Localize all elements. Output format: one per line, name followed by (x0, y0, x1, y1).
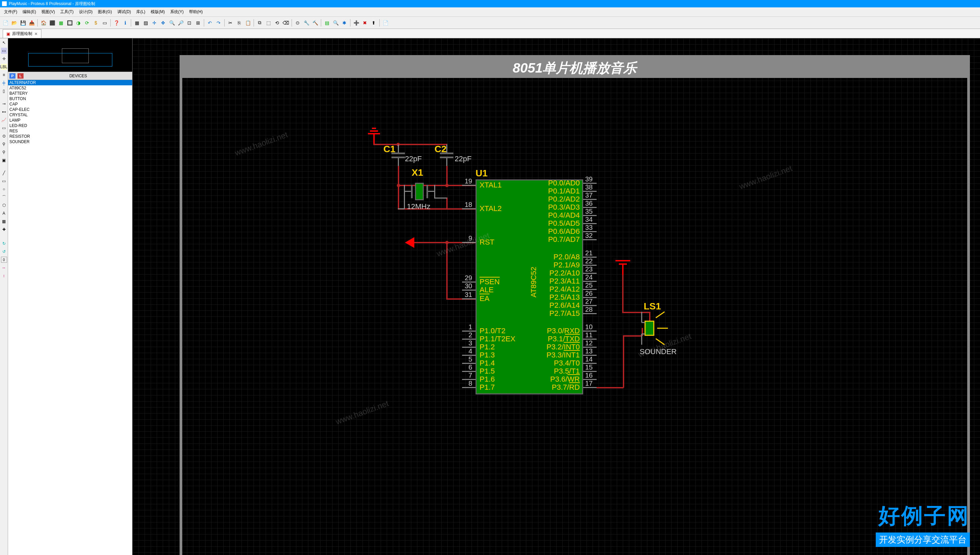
save-button[interactable]: 💾 (19, 19, 27, 27)
device-item[interactable]: LED-RED (8, 123, 132, 128)
text-icon[interactable]: A (1, 210, 7, 217)
block-rotate-icon[interactable]: ⟲ (273, 19, 281, 27)
device-list[interactable]: ALTERNATORAT89C52BATTERYBUTTONCAPCAP-ELE… (8, 80, 132, 555)
flip-h-icon[interactable]: ↔ (1, 265, 7, 271)
terminal-icon[interactable]: ⊸ (1, 101, 7, 107)
zoom-fit-icon[interactable]: ⊡ (185, 19, 193, 27)
tab-schematic[interactable]: ▣ 原理图绘制 ✕ (3, 29, 41, 38)
menu-graph[interactable]: 图表(G) (95, 9, 114, 15)
pcb-button[interactable]: ▦ (57, 19, 65, 27)
arc-icon[interactable]: ⌒ (1, 194, 7, 200)
probe-v-icon[interactable]: ⚲ (1, 141, 7, 147)
device-item[interactable]: CAP-ELEC (8, 107, 132, 112)
cut-button[interactable]: ✂ (226, 19, 234, 27)
copy-button[interactable]: ⎘ (235, 19, 243, 27)
redo-button[interactable]: ↷ (214, 19, 223, 27)
circle-icon[interactable]: ○ (1, 186, 7, 192)
paste-button[interactable]: 📋 (244, 19, 252, 27)
angle-field[interactable]: 0 (1, 257, 7, 263)
device-item[interactable]: CRYSTAL (8, 112, 132, 117)
menu-file[interactable]: 文件(F) (2, 9, 20, 15)
bom-button[interactable]: ⟳ (83, 19, 91, 27)
box-icon[interactable]: ▭ (1, 178, 7, 184)
help-button[interactable]: ❓ (112, 19, 121, 27)
selection-mode-icon[interactable]: ↖ (1, 40, 7, 46)
grid-small-icon[interactable]: ▦ (133, 19, 141, 27)
menu-help[interactable]: 帮助(H) (186, 9, 206, 15)
rotate-ccw-icon[interactable]: ↺ (1, 249, 7, 255)
marker-icon[interactable]: ✚ (1, 226, 7, 233)
wrench-icon[interactable]: 🔧 (303, 19, 311, 27)
tape-icon[interactable]: ▭ (1, 125, 7, 131)
path-icon[interactable]: ⬡ (1, 202, 7, 208)
symbol-icon[interactable]: ▦ (1, 218, 7, 225)
subcircuit-icon[interactable]: ▯ (1, 88, 7, 94)
device-item[interactable]: LAMP (8, 117, 132, 123)
device-item[interactable]: CAP (8, 101, 132, 107)
bill-button[interactable]: $ (92, 19, 100, 27)
wire-label-icon[interactable]: LBL (1, 64, 7, 70)
pick-device-button[interactable]: P (10, 73, 16, 79)
line-icon[interactable]: ╱ (1, 170, 7, 176)
generator-icon[interactable]: ⊙ (1, 133, 7, 139)
zoom-out-icon[interactable]: 🔎 (177, 19, 185, 27)
device-item[interactable]: BUTTON (8, 96, 132, 101)
menu-debug[interactable]: 调试(D) (115, 9, 134, 15)
doc-icon[interactable]: 📄 (381, 19, 389, 27)
device-item[interactable]: AT89C52 (8, 85, 132, 91)
bug-icon[interactable]: ✱ (340, 19, 348, 27)
schematic-button[interactable]: ⬛ (48, 19, 56, 27)
menu-lib[interactable]: 库(L) (134, 9, 148, 15)
device-item[interactable]: RESISTOR (8, 134, 132, 139)
component-mode-icon[interactable]: ▭ (1, 48, 7, 54)
add-sheet-icon[interactable]: ➕ (352, 19, 360, 27)
pin-icon[interactable]: ⊷ (1, 109, 7, 115)
library-button[interactable]: L (18, 73, 24, 79)
pin-number: 32 (585, 232, 599, 239)
close-icon[interactable]: ✕ (34, 32, 38, 36)
zoom-area-icon[interactable]: ⊞ (194, 19, 202, 27)
del-sheet-icon[interactable]: ✖ (361, 19, 369, 27)
home-button[interactable]: 🏠 (39, 19, 47, 27)
zoom-in-icon[interactable]: 🔍 (168, 19, 176, 27)
menu-design[interactable]: 设计(D) (76, 9, 95, 15)
device-item[interactable]: BATTERY (8, 91, 132, 96)
hammer-icon[interactable]: 🔨 (311, 19, 319, 27)
graph-icon[interactable]: 📈 (1, 117, 7, 123)
menu-tool[interactable]: 工具(T) (58, 9, 76, 15)
open-button[interactable]: 📂 (10, 19, 18, 27)
pan-icon[interactable]: ✥ (159, 19, 167, 27)
menu-template[interactable]: 模版(M) (148, 9, 167, 15)
grid-large-icon[interactable]: ▨ (142, 19, 150, 27)
rotate-cw-icon[interactable]: ↻ (1, 241, 7, 247)
block-copy-icon[interactable]: ⧉ (256, 19, 264, 27)
about-button[interactable]: ℹ (121, 19, 129, 27)
flip-v-icon[interactable]: ↕ (1, 273, 7, 279)
layers-icon[interactable]: ▤ (323, 19, 331, 27)
block-move-icon[interactable]: ⬚ (264, 19, 272, 27)
search-icon[interactable]: 🔍 (331, 19, 340, 27)
origin-icon[interactable]: ✛ (150, 19, 158, 27)
bus-icon[interactable]: ╪ (1, 80, 7, 86)
schematic-canvas[interactable]: 8051单片机播放音乐 C1 22pF C2 22pF (132, 38, 980, 555)
gerber-button[interactable]: ◑ (74, 19, 82, 27)
3d-button[interactable]: 🔲 (66, 19, 74, 27)
up-sheet-icon[interactable]: ⬆ (370, 19, 378, 27)
menu-edit[interactable]: 编辑(E) (20, 9, 39, 15)
overview[interactable] (8, 38, 132, 72)
pick-icon[interactable]: ⊙ (294, 19, 302, 27)
import-button[interactable]: 📥 (27, 19, 35, 27)
device-item[interactable]: RES (8, 128, 132, 134)
probe-i-icon[interactable]: ⚲ (1, 149, 7, 155)
block-delete-icon[interactable]: ⌫ (282, 19, 290, 27)
text-script-icon[interactable]: ≡ (1, 72, 7, 78)
new-button[interactable]: 📄 (2, 19, 10, 27)
device-item[interactable]: ALTERNATOR (8, 80, 132, 85)
menu-system[interactable]: 系统(Y) (167, 9, 186, 15)
undo-button[interactable]: ↶ (206, 19, 214, 27)
code-button[interactable]: ▭ (101, 19, 109, 27)
instrument-icon[interactable]: ▣ (1, 157, 7, 163)
menu-view[interactable]: 视图(V) (39, 9, 58, 15)
junction-icon[interactable]: ✛ (1, 56, 7, 62)
device-item[interactable]: SOUNDER (8, 139, 132, 144)
